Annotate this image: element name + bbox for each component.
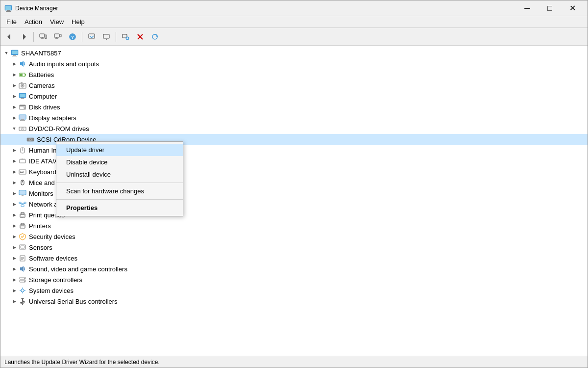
cameras-icon <box>18 81 27 90</box>
svg-point-10 <box>46 38 47 39</box>
close-button[interactable]: ✕ <box>561 0 584 16</box>
ctx-update-driver[interactable]: Update driver <box>56 144 183 156</box>
svg-rect-87 <box>21 227 24 227</box>
device-manager-window: Device Manager ─ □ ✕ File Action View He… <box>0 0 588 368</box>
menu-file[interactable]: File <box>2 17 21 26</box>
svg-rect-30 <box>13 55 16 56</box>
maximize-button[interactable]: □ <box>539 0 561 16</box>
usb-label: Universal Serial Bus controllers <box>29 298 118 305</box>
ctx-properties[interactable]: Properties <box>56 202 183 214</box>
sensors-expander[interactable]: ▶ <box>10 243 18 251</box>
sound-expander[interactable]: ▶ <box>10 265 18 273</box>
toolbar-sep-1 <box>33 32 34 42</box>
svg-point-19 <box>106 39 107 40</box>
tree-item-system[interactable]: ▶ System devices <box>0 285 588 296</box>
tree-item-batteries[interactable]: ▶ Batteries <box>0 69 588 80</box>
root-icon <box>10 49 19 57</box>
ide-expander[interactable]: ▶ <box>10 157 18 165</box>
monitor-button[interactable] <box>99 30 113 44</box>
printers-icon <box>18 221 27 230</box>
root-label: SHAANT5857 <box>21 50 61 57</box>
menu-help[interactable]: Help <box>68 17 89 26</box>
svg-rect-14 <box>60 34 61 37</box>
svg-rect-3 <box>5 6 11 10</box>
mice-expander[interactable]: ▶ <box>10 179 18 186</box>
tree-item-disk[interactable]: ▶ Disk drives <box>0 102 588 112</box>
svg-rect-34 <box>25 74 26 76</box>
minimize-button[interactable]: ─ <box>516 0 539 16</box>
computer-view-button[interactable] <box>36 30 50 44</box>
root-expander[interactable]: ▼ <box>2 49 10 57</box>
tree-item-storage[interactable]: ▶ Storage controllers <box>0 274 588 285</box>
tree-root[interactable]: ▼ SHAANT5857 <box>0 48 588 58</box>
dvd-child-icon <box>26 135 35 144</box>
window-icon <box>4 4 12 12</box>
ctx-separator-2 <box>56 199 183 200</box>
tree-item-audio[interactable]: ▶ Audio inputs and outputs <box>0 58 588 69</box>
menu-action[interactable]: Action <box>21 17 46 26</box>
svg-point-101 <box>21 289 24 292</box>
software-expander[interactable]: ▶ <box>10 254 18 262</box>
monitors-expander[interactable]: ▶ <box>10 189 18 197</box>
dvd-icon <box>18 124 27 133</box>
disk-icon <box>18 103 27 111</box>
tree-item-dvd[interactable]: ▼ DVD/CD-ROM drives <box>0 123 588 134</box>
tree-item-security[interactable]: ▶ Security devices <box>0 231 588 242</box>
security-expander[interactable]: ▶ <box>10 233 18 240</box>
tree-item-computer[interactable]: ▶ Computer <box>0 91 588 102</box>
system-expander[interactable]: ▶ <box>10 287 18 294</box>
disk-expander[interactable]: ▶ <box>10 103 18 111</box>
update-device-button[interactable] <box>85 30 98 44</box>
tree-item-cameras[interactable]: ▶ Cameras <box>0 80 588 91</box>
tree-item-sensors[interactable]: ▶ Sensors <box>0 242 588 253</box>
svg-point-99 <box>24 278 25 279</box>
batteries-expander[interactable]: ▶ <box>10 71 18 79</box>
svg-rect-48 <box>20 115 25 119</box>
audio-expander[interactable]: ▶ <box>10 60 18 68</box>
sensors-icon <box>18 243 27 252</box>
ctx-scan-hardware[interactable]: Scan for hardware changes <box>56 185 183 197</box>
svg-rect-63 <box>19 170 26 174</box>
display-expander[interactable]: ▶ <box>10 114 18 122</box>
svg-text:?: ? <box>71 35 74 40</box>
hid-icon <box>18 146 27 155</box>
printq-expander[interactable]: ▶ <box>10 211 18 219</box>
storage-label: Storage controllers <box>29 276 82 284</box>
keyboard-expander[interactable]: ▶ <box>10 168 18 176</box>
computer-expander[interactable]: ▶ <box>10 92 18 100</box>
svg-rect-45 <box>20 105 25 106</box>
tree-item-printers[interactable]: ▶ Printers <box>0 220 588 231</box>
ide-icon <box>18 157 27 165</box>
ctx-separator <box>56 183 183 183</box>
ctx-uninstall-device[interactable]: Uninstall device <box>56 168 183 181</box>
svg-rect-84 <box>21 217 23 217</box>
ctx-disable-device[interactable]: Disable device <box>56 156 183 168</box>
network-expander[interactable]: ▶ <box>10 200 18 208</box>
svg-rect-59 <box>20 159 25 163</box>
printers-expander[interactable]: ▶ <box>10 222 18 230</box>
svg-rect-2 <box>6 11 11 12</box>
cameras-expander[interactable]: ▶ <box>10 81 18 89</box>
svg-rect-6 <box>40 34 45 37</box>
tree-item-usb[interactable]: ▶ Universal Serial Bus controllers <box>0 296 588 307</box>
storage-expander[interactable]: ▶ <box>10 276 18 284</box>
svg-point-53 <box>22 129 23 130</box>
hid-expander[interactable]: ▶ <box>10 146 18 154</box>
tree-item-display[interactable]: ▶ Display adapters <box>0 112 588 123</box>
add-driver-button[interactable] <box>119 30 132 44</box>
tree-item-sound[interactable]: ▶ Sound, video and game controllers <box>0 263 588 274</box>
svg-rect-41 <box>20 94 25 97</box>
back-button[interactable] <box>2 30 16 44</box>
network-icon <box>18 200 27 209</box>
remove-button[interactable] <box>133 30 147 44</box>
resource-view-button[interactable] <box>51 30 65 44</box>
security-icon <box>18 232 27 241</box>
help-button[interactable]: ? <box>66 30 79 44</box>
usb-expander[interactable]: ▶ <box>10 297 18 305</box>
menu-view[interactable]: View <box>46 17 68 26</box>
scan-hardware-button[interactable] <box>148 30 162 44</box>
dvd-expander[interactable]: ▼ <box>10 125 18 132</box>
forward-button[interactable] <box>17 30 31 44</box>
tree-item-software[interactable]: ▶ Software devices <box>0 253 588 263</box>
svg-rect-73 <box>22 195 24 196</box>
